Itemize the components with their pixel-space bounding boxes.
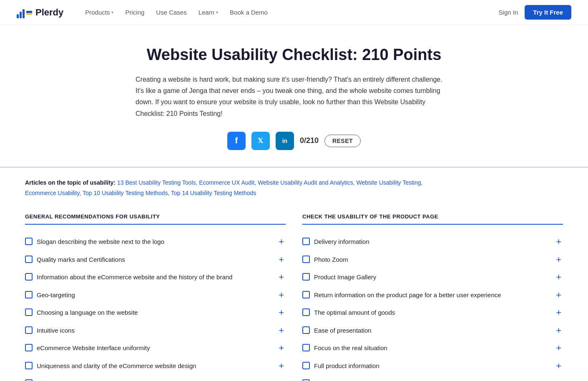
social-counter: f 𝕏 in 0/210 RESET	[115, 132, 473, 150]
nav-item-learn[interactable]: Learn ▾	[193, 6, 223, 18]
expand-button[interactable]: +	[554, 273, 563, 282]
checklist-item: An extended list of characteristics +	[302, 375, 563, 381]
checkbox-9[interactable]	[25, 379, 33, 381]
checkbox-1[interactable]	[25, 238, 33, 245]
item-text: Quality marks and Certifications	[37, 255, 125, 265]
checkbox-4[interactable]	[25, 291, 33, 298]
logo-icon	[17, 7, 32, 18]
item-text: An extended list of characteristics	[314, 379, 407, 381]
reset-button[interactable]: RESET	[324, 135, 361, 147]
checklist-item: Focus on the real situation +	[302, 339, 563, 357]
checkbox-6[interactable]	[25, 326, 33, 334]
checkbox-r1[interactable]	[302, 238, 310, 245]
sign-in-link[interactable]: Sign In	[499, 9, 518, 16]
item-text: eCommerce Website Interface uniformity	[37, 343, 150, 353]
linkedin-share-button[interactable]: in	[276, 132, 294, 150]
expand-button[interactable]: +	[554, 326, 563, 335]
expand-button[interactable]: +	[554, 237, 563, 246]
item-text: Return information on the product page f…	[314, 291, 501, 300]
article-link-2[interactable]: Ecommerce UX Audit,	[199, 179, 256, 186]
article-link-7[interactable]: Top 14 Usability Testing Methods	[171, 190, 256, 196]
expand-button[interactable]: +	[277, 237, 286, 246]
twitter-share-button[interactable]: 𝕏	[251, 132, 270, 150]
expand-button[interactable]: +	[554, 361, 563, 371]
checkbox-7[interactable]	[25, 344, 33, 351]
item-text: Product Image Gallery	[314, 273, 376, 282]
article-link-5[interactable]: Ecommerce Usability,	[25, 190, 81, 196]
expand-button[interactable]: +	[277, 255, 286, 264]
item-text: Choosing a language on the website	[37, 308, 138, 318]
item-text: Ease of presentation	[314, 326, 372, 336]
article-link-1[interactable]: 13 Best Usability Testing Tools,	[117, 179, 197, 186]
checklist-item: Choosing a language on the website +	[25, 304, 286, 322]
hero-description: Creating a website is hard work, but mak…	[136, 74, 452, 119]
expand-button[interactable]: +	[554, 255, 563, 264]
expand-button[interactable]: +	[554, 291, 563, 300]
logo[interactable]: Plerdy	[17, 7, 63, 18]
checkbox-3[interactable]	[25, 273, 33, 281]
checklist-item: Geo-targeting +	[25, 286, 286, 304]
checkbox-r2[interactable]	[302, 256, 310, 263]
checkbox-r7[interactable]	[302, 344, 310, 351]
item-text: Delivery information	[314, 237, 369, 247]
nav-item-use-cases[interactable]: Use Cases	[151, 6, 191, 18]
chevron-down-icon: ▾	[111, 10, 113, 15]
checklist-container: GENERAL RECOMMENDATIONS FOR USABILITY Sl…	[0, 205, 588, 381]
item-text: Full product information	[314, 361, 379, 371]
facebook-icon: f	[235, 136, 238, 145]
checklist-item: The optimal amount of goods +	[302, 304, 563, 322]
nav-item-book-demo[interactable]: Book a Demo	[225, 6, 273, 18]
expand-button[interactable]: +	[277, 361, 286, 371]
article-link-4[interactable]: Website Usability Testing,	[356, 179, 422, 186]
checklist-item: Quality marks and Certifications +	[25, 251, 286, 269]
checkbox-8[interactable]	[25, 362, 33, 369]
checkbox-r9[interactable]	[302, 379, 310, 381]
checklist-item: Product Image Gallery +	[302, 268, 563, 286]
checklist-col-left: GENERAL RECOMMENDATIONS FOR USABILITY Sl…	[25, 213, 286, 381]
item-text: The optimal amount of goods	[314, 308, 395, 318]
checklist-item: Full product information +	[302, 357, 563, 375]
facebook-share-button[interactable]: f	[227, 132, 246, 150]
checklist-item: Ease of interaction with ecommerce websi…	[25, 375, 286, 381]
item-text: Ease of interaction with ecommerce websi…	[37, 379, 172, 381]
expand-button[interactable]: +	[277, 308, 286, 317]
item-text: Focus on the real situation	[314, 343, 387, 353]
checklist-item: Ease of presentation +	[302, 322, 563, 340]
checkbox-5[interactable]	[25, 308, 33, 316]
linkedin-icon: in	[282, 138, 287, 144]
item-text: Geo-targeting	[37, 291, 75, 300]
item-text: Slogan describing the website next to th…	[37, 237, 164, 247]
expand-button[interactable]: +	[277, 291, 286, 300]
article-link-6[interactable]: Top 10 Usability Testing Methods,	[83, 190, 169, 196]
expand-button[interactable]: +	[554, 379, 563, 381]
checkbox-2[interactable]	[25, 256, 33, 263]
section-divider	[0, 167, 588, 168]
expand-button[interactable]: +	[554, 308, 563, 317]
checklist-col-right: CHECK THE USABILITY OF THE PRODUCT PAGE …	[302, 213, 563, 381]
checklist-item: Delivery information +	[302, 233, 563, 251]
expand-button[interactable]: +	[277, 379, 286, 381]
item-text: Photo Zoom	[314, 255, 348, 265]
checklist-counter: 0/210	[300, 136, 319, 145]
checkbox-r4[interactable]	[302, 291, 310, 298]
item-text: Uniqueness and clarity of the eCommerce …	[37, 361, 196, 371]
checkbox-r3[interactable]	[302, 273, 310, 281]
checkbox-r8[interactable]	[302, 362, 310, 369]
articles-bar: Articles on the topic of usability: 13 B…	[0, 168, 588, 205]
checklist-right-heading: CHECK THE USABILITY OF THE PRODUCT PAGE	[302, 213, 563, 225]
checklist-item: eCommerce Website Interface uniformity +	[25, 339, 286, 357]
checklist-item: Photo Zoom +	[302, 251, 563, 269]
hero-section: Website Usability Checklist: 210 Points …	[106, 25, 482, 167]
expand-button[interactable]: +	[277, 273, 286, 282]
nav-item-products[interactable]: Products ▾	[80, 6, 118, 18]
expand-button[interactable]: +	[554, 343, 563, 353]
checklist-item: Intuitive icons +	[25, 322, 286, 340]
checkbox-r5[interactable]	[302, 308, 310, 316]
expand-button[interactable]: +	[277, 326, 286, 335]
checkbox-r6[interactable]	[302, 326, 310, 334]
nav-item-pricing[interactable]: Pricing	[120, 6, 149, 18]
article-link-3[interactable]: Website Usability Audit and Analytics,	[258, 179, 354, 186]
try-free-button[interactable]: Try It Free	[525, 5, 571, 20]
articles-label: Articles on the topic of usability:	[25, 179, 116, 186]
expand-button[interactable]: +	[277, 343, 286, 353]
